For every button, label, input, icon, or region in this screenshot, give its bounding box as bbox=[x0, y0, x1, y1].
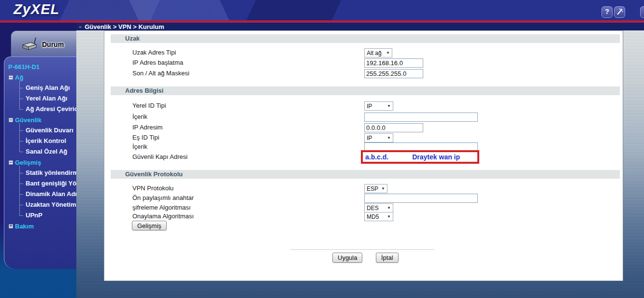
breadcrumb: Güvenlik > VPN > Kurulum bbox=[85, 23, 164, 30]
sidebar-tab-status[interactable]: Durum bbox=[11, 30, 76, 58]
wand-glyph bbox=[616, 8, 623, 16]
field-label: İçerik bbox=[132, 113, 147, 121]
sidebar-item-yerel-alan-agi[interactable]: Yerel Alan Ağı bbox=[19, 93, 76, 104]
local-id-type-select[interactable]: IP ▼ bbox=[364, 101, 393, 111]
collapse-icon[interactable]: − bbox=[9, 75, 13, 80]
chevron-down-icon: ▼ bbox=[387, 136, 391, 140]
field-label: İçerik bbox=[132, 142, 147, 151]
form-panel: Uzak Uzak Adres Tipi Alt ağ ▼ IP Adres b… bbox=[104, 30, 623, 281]
field-label: Ön paylaşımlı anahtar bbox=[132, 194, 194, 202]
local-content-input[interactable] bbox=[364, 113, 478, 122]
field-label: VPN Protokolu bbox=[132, 184, 173, 193]
router-icon bbox=[21, 37, 39, 52]
encryption-algorithm-select[interactable]: DES ▼ bbox=[364, 203, 393, 213]
dotted-separator bbox=[290, 249, 434, 250]
vpn-protocol-select[interactable]: ESP ▼ bbox=[364, 184, 387, 193]
breadcrumb-arrow-icon: » bbox=[79, 23, 82, 30]
advanced-button[interactable]: Gelişmiş bbox=[132, 221, 167, 230]
chevron-down-icon: ▼ bbox=[387, 214, 391, 219]
wizard-icon[interactable] bbox=[614, 6, 625, 18]
sidebar-group-label: Gelişmiş bbox=[15, 159, 41, 166]
select-value: DES bbox=[367, 205, 379, 212]
field-label: IP Adresim bbox=[132, 123, 163, 132]
sidebar-item-upnp[interactable]: UPnP bbox=[19, 210, 76, 221]
sidebar-group-label: Bakım bbox=[15, 223, 34, 230]
device-name: P-661H-D1 bbox=[8, 63, 76, 71]
select-value: Alt ağ bbox=[367, 50, 382, 57]
main-area: » Güvenlik > VPN > Kurulum Uzak Uzak Adr… bbox=[76, 23, 644, 298]
field-label: şifreleme Algoritması bbox=[132, 203, 191, 212]
field-label: Güvenli Kapı Adresi bbox=[132, 153, 187, 161]
select-value: IP bbox=[367, 103, 372, 110]
zyxel-logo: ZyXEL bbox=[14, 1, 59, 17]
sidebar-item-guvenlik-duvari[interactable]: Güvenlik Duvarı bbox=[19, 125, 76, 136]
field-label: Son / Alt ağ Maskesi bbox=[132, 69, 189, 78]
my-ip-input[interactable] bbox=[364, 123, 423, 132]
navigation-panel: P-661H-D1 − Ağ Geniş Alan Ağı Yerel Alan… bbox=[4, 57, 76, 269]
breadcrumb-bar: » Güvenlik > VPN > Kurulum bbox=[76, 23, 644, 30]
sidebar-item-genis-alan-agi[interactable]: Geniş Alan Ağı bbox=[19, 83, 76, 93]
remote-address-type-select[interactable]: Alt ağ ▼ bbox=[364, 48, 392, 57]
field-label: Yerel ID Tipi bbox=[132, 101, 166, 110]
secure-gateway-highlight: a.b.c.d. Draytek wan ip bbox=[361, 150, 479, 164]
sidebar-item-dinamik-alan-adi[interactable]: Dinamik Alan Adı Sunucusu bbox=[19, 189, 76, 199]
sidebar: Durum P-661H-D1 − Ağ Geniş Alan Ağı Yere… bbox=[0, 23, 76, 298]
annotation-note: Draytek wan ip bbox=[412, 153, 460, 161]
sidebar-group-ag[interactable]: − Ağ bbox=[4, 72, 76, 83]
sidebar-item-icerik-kontrol[interactable]: İçerik Kontrol bbox=[19, 136, 76, 146]
secure-gateway-input[interactable]: a.b.c.d. bbox=[365, 153, 388, 161]
sidebar-item-uzaktan-yonetim[interactable]: Uzaktan Yönetim bbox=[19, 199, 76, 210]
sidebar-group-gelismis[interactable]: − Gelişmiş bbox=[4, 157, 76, 168]
section-header-remote: Uzak bbox=[111, 34, 620, 43]
field-label: IP Adres başlatma bbox=[132, 58, 183, 67]
status-tab-label: Durum bbox=[42, 41, 64, 48]
collapse-icon[interactable]: − bbox=[9, 118, 13, 122]
field-label: Onaylama Algoritması bbox=[132, 212, 194, 221]
top-banner: ZyXEL ? ➧ bbox=[0, 0, 644, 20]
select-value: MD5 bbox=[367, 213, 379, 220]
peer-id-type-select[interactable]: IP ▼ bbox=[364, 133, 393, 142]
sidebar-item-sanal-ozel-ag[interactable]: Sanal Özel Ağ bbox=[19, 146, 76, 157]
help-icon[interactable]: ? bbox=[601, 6, 613, 18]
sidebar-group-label: Güvenlik bbox=[15, 116, 42, 124]
chevron-down-icon: ▼ bbox=[387, 206, 391, 210]
field-label: Uzak Adres Tipi bbox=[132, 48, 176, 57]
preshared-key-input[interactable] bbox=[364, 194, 478, 203]
cancel-button[interactable]: İptal bbox=[376, 253, 399, 263]
ip-start-input[interactable] bbox=[364, 58, 423, 68]
sidebar-group-label: Ağ bbox=[15, 74, 23, 81]
chevron-down-icon: ▼ bbox=[386, 51, 390, 55]
select-value: ESP bbox=[367, 185, 378, 192]
field-label: Eş ID Tipi bbox=[132, 133, 159, 142]
chevron-down-icon: ▼ bbox=[381, 186, 385, 191]
apply-button[interactable]: Uygula bbox=[332, 253, 362, 263]
sidebar-group-guvenlik[interactable]: − Güvenlik bbox=[4, 114, 76, 125]
section-header-security-protocol: Güvenlik Protokolu bbox=[111, 170, 620, 179]
sidebar-item-statik-yonlendirme[interactable]: Statik yönlendirme bbox=[19, 168, 76, 178]
sidebar-item-ag-adresi-cevirici[interactable]: Ağ Adresi Çeviricisi bbox=[19, 104, 76, 114]
select-value: IP bbox=[367, 135, 372, 142]
chevron-down-icon: ▼ bbox=[387, 104, 391, 108]
sidebar-item-bant-genisligi[interactable]: Bant genişliği Yönetimi bbox=[19, 178, 76, 189]
subnet-mask-input[interactable] bbox=[364, 69, 423, 78]
sidebar-group-bakim[interactable]: + Bakım bbox=[4, 221, 76, 231]
exit-icon[interactable]: ➧ bbox=[640, 6, 644, 18]
authentication-algorithm-select[interactable]: MD5 ▼ bbox=[364, 212, 393, 221]
section-header-address-info: Adres Bilgisi bbox=[111, 86, 620, 95]
expand-icon[interactable]: + bbox=[9, 224, 13, 228]
collapse-icon[interactable]: − bbox=[9, 160, 13, 165]
